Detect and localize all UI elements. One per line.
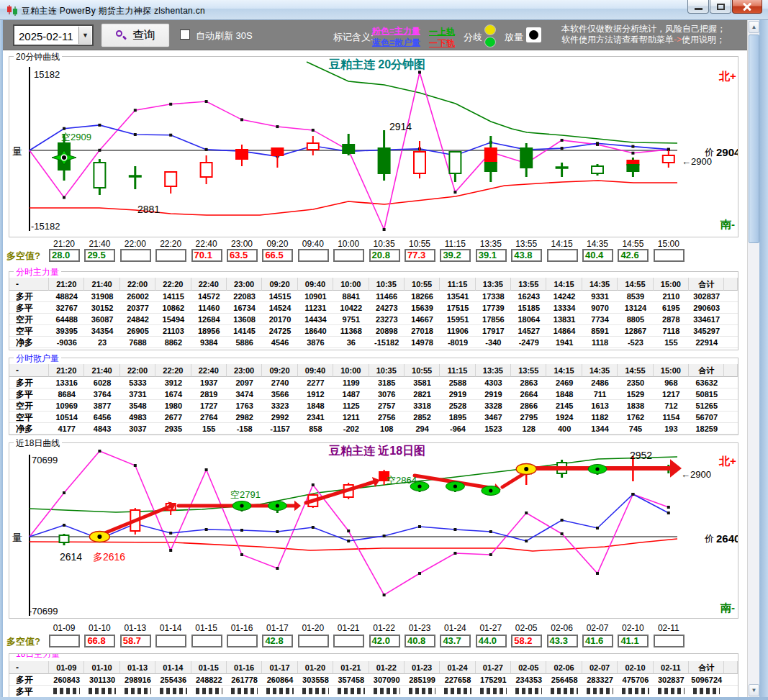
table-cell: 9751 bbox=[333, 314, 369, 325]
table-header-cell: 14:35 bbox=[582, 364, 618, 377]
table-cell: 50815 bbox=[689, 388, 724, 400]
table-header-cell: 23:00 bbox=[227, 364, 262, 377]
retail-table: -21:2021:4022:0022:2022:4023:0009:2009:4… bbox=[9, 364, 738, 435]
retail-table-groupbox: 分时散户量 -21:2021:4022:0022:2022:4023:0009:… bbox=[9, 358, 738, 435]
auto-refresh-checkbox[interactable] bbox=[180, 29, 190, 40]
table-cell: 18640 bbox=[298, 325, 333, 337]
long-short-value-box: 42.0 bbox=[369, 635, 400, 647]
table-cell: 1118 bbox=[582, 337, 618, 348]
clipped-cell bbox=[298, 686, 333, 697]
axis-tick-label: 01-22 bbox=[366, 623, 402, 633]
daily-chart-groupbox: 近18日曲线 70699-70699量2614多2616空2791空286429… bbox=[9, 442, 738, 619]
table-cell: 17338 bbox=[476, 291, 511, 302]
table-cell: 14515 bbox=[262, 291, 297, 302]
table-cell: 128 bbox=[511, 423, 546, 435]
maximize-button[interactable] bbox=[710, 0, 731, 14]
table-cell: 56707 bbox=[689, 412, 724, 423]
table-cell: 14864 bbox=[546, 325, 582, 337]
table-cell: 10422 bbox=[333, 302, 369, 314]
table-cell: 6195 bbox=[654, 302, 689, 314]
content: 20分钟曲线 15182-15182量空290928812914北+南-价290… bbox=[3, 50, 747, 697]
table-cell: 14115 bbox=[155, 291, 191, 302]
long-short-value-box: 44.0 bbox=[476, 635, 507, 647]
table-cell bbox=[724, 423, 738, 435]
clipped-cell bbox=[49, 686, 84, 697]
long-short-value-box: 43.8 bbox=[511, 249, 542, 262]
table-cell: 4983 bbox=[120, 412, 155, 423]
svg-text:2640: 2640 bbox=[716, 532, 738, 545]
scroll-down-button[interactable]: ▼ bbox=[749, 684, 759, 696]
scrollbar[interactable]: ▲ ▼ bbox=[747, 20, 759, 697]
svg-text:-15182: -15182 bbox=[31, 221, 60, 232]
axis-tick-label: 01-27 bbox=[473, 623, 509, 633]
svg-text:←2900: ←2900 bbox=[681, 469, 711, 480]
row-label: 空平 bbox=[9, 412, 49, 423]
table-cell: 5886 bbox=[227, 337, 262, 348]
table-cell: 13608 bbox=[227, 314, 262, 325]
long-short-value-box bbox=[227, 635, 258, 647]
table-cell: -9036 bbox=[49, 337, 84, 348]
table-cell: 23 bbox=[84, 337, 119, 348]
date-value: 2025-02-11 bbox=[19, 30, 73, 42]
title-bar[interactable]: 豆粕主连 PowerBy 期货主力神探 zlshentan.cn bbox=[0, 0, 768, 20]
table-cell: 5096724 bbox=[689, 674, 724, 686]
legend-blue-retail: 蓝色=散户量 bbox=[372, 37, 420, 49]
long-short-value-box: 41.6 bbox=[582, 635, 613, 647]
table-cell: 4177 bbox=[49, 423, 84, 435]
table-header-cell: 01-16 bbox=[227, 661, 262, 674]
axis-tick-label: 22:20 bbox=[153, 239, 189, 249]
query-label: 查询 bbox=[132, 28, 155, 43]
query-button[interactable]: 查询 bbox=[101, 23, 170, 47]
row-label: 净多 bbox=[9, 337, 49, 348]
table-cell: 8862 bbox=[155, 337, 191, 348]
table-cell: 1182 bbox=[582, 412, 618, 423]
table-cell: 256458 bbox=[546, 674, 582, 686]
table-cell: 1125 bbox=[333, 400, 369, 412]
date-select[interactable]: 2025-02-11 ▼ bbox=[13, 24, 94, 46]
table-cell: 1613 bbox=[582, 400, 618, 412]
table-cell: 14572 bbox=[191, 291, 227, 302]
minimize-button[interactable] bbox=[687, 0, 709, 14]
table-cell: 36 bbox=[333, 337, 369, 348]
table-header-cell: 01-22 bbox=[369, 661, 405, 674]
table-cell: 1762 bbox=[618, 412, 653, 423]
minimize-icon bbox=[695, 8, 703, 10]
axis-tick-label: 14:55 bbox=[615, 239, 651, 249]
table-header-cell: 22:40 bbox=[191, 278, 227, 291]
main-force-table: -21:2021:4022:0022:2022:4023:0009:2009:4… bbox=[9, 278, 738, 348]
table-cell: 2277 bbox=[298, 377, 333, 388]
table-cell: 3185 bbox=[369, 377, 405, 388]
table-cell bbox=[724, 388, 738, 400]
table-cell: 15951 bbox=[440, 314, 475, 325]
table-cell bbox=[724, 302, 738, 314]
long-short-value-box: 20.8 bbox=[369, 249, 400, 262]
table-cell: 303558 bbox=[298, 674, 333, 686]
close-button[interactable] bbox=[732, 0, 762, 14]
table-cell: 193 bbox=[654, 423, 689, 435]
axis-tick-label: 10:00 bbox=[330, 239, 366, 249]
scrollbar-thumb[interactable] bbox=[749, 35, 759, 243]
window-border-bottom bbox=[0, 697, 768, 700]
daily-long-short-row: 66.858.742.842.040.843.744.058.243.341.6… bbox=[3, 635, 747, 647]
table-cell: 334617 bbox=[689, 314, 724, 325]
table-cell: 345297 bbox=[689, 325, 724, 337]
table-header-cell: 21:40 bbox=[84, 364, 119, 377]
table-header-cell: 01-23 bbox=[405, 661, 440, 674]
table-cell: 1980 bbox=[155, 400, 191, 412]
scroll-up-button[interactable]: ▲ bbox=[749, 21, 759, 33]
table-cell: 3076 bbox=[369, 388, 405, 400]
table-cell: 51265 bbox=[689, 400, 724, 412]
clipped-cell bbox=[333, 686, 369, 697]
table-header-cell: 23:00 bbox=[227, 278, 262, 291]
table-cell: 16734 bbox=[227, 302, 262, 314]
daily-chart: 70699-70699量2614多2616空2791空28642952←2900… bbox=[9, 443, 738, 618]
table-cell: 20377 bbox=[120, 302, 155, 314]
table-header-cell: 22:00 bbox=[120, 278, 155, 291]
table-cell: 6456 bbox=[84, 412, 119, 423]
table-cell: 155 bbox=[191, 423, 227, 435]
table-cell: 2756 bbox=[369, 412, 405, 423]
combo-dropdown-button[interactable]: ▼ bbox=[78, 27, 91, 44]
long-short-value-box: 43.3 bbox=[547, 635, 578, 647]
table-cell: 3318 bbox=[405, 400, 440, 412]
table-header-cell: 10:55 bbox=[405, 364, 440, 377]
